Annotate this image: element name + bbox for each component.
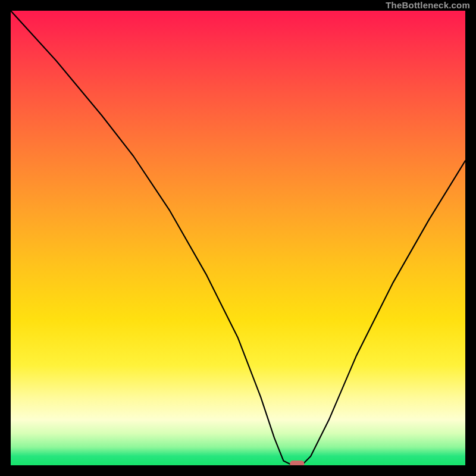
- optimum-marker: [290, 461, 304, 465]
- chart-frame: TheBottleneck.com: [0, 0, 476, 476]
- bottleneck-curve: [11, 11, 465, 465]
- curve-layer: [11, 11, 465, 465]
- plot-area: [11, 11, 465, 465]
- watermark-text: TheBottleneck.com: [386, 0, 470, 11]
